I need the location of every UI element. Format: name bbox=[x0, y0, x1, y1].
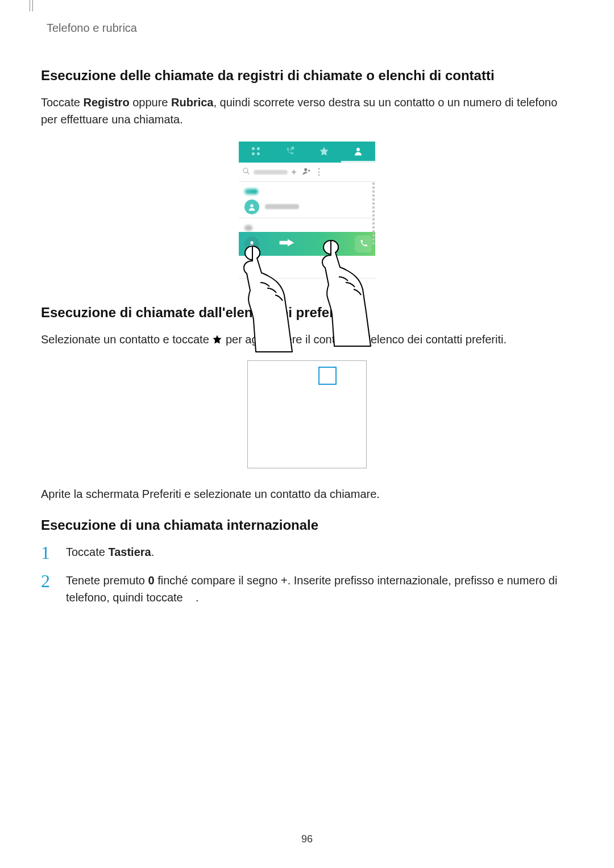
call-icon[interactable] bbox=[355, 235, 372, 252]
contact-row[interactable] bbox=[239, 256, 375, 279]
search-row: + ⋮ bbox=[239, 163, 375, 182]
tabs-row bbox=[239, 142, 375, 161]
add-contact-icon[interactable] bbox=[300, 167, 313, 178]
person-icon bbox=[353, 146, 363, 156]
text: Toccate bbox=[41, 96, 83, 109]
tab-underline bbox=[239, 161, 375, 163]
svg-point-5 bbox=[243, 168, 248, 172]
svg-rect-10 bbox=[280, 241, 288, 244]
text: oppure bbox=[130, 96, 171, 109]
figure-favorites-box bbox=[41, 360, 573, 468]
phone-log-icon bbox=[285, 146, 295, 156]
text: per aggiungere il contatto all'elenco de… bbox=[222, 333, 507, 346]
svg-rect-1 bbox=[257, 147, 260, 150]
star-icon bbox=[319, 146, 329, 156]
svg-line-6 bbox=[247, 172, 250, 174]
swipe-arrow-icon bbox=[279, 236, 306, 251]
swipe-row[interactable] bbox=[239, 232, 375, 256]
svg-rect-0 bbox=[252, 147, 255, 150]
section2-followup: Aprite la schermata Preferiti e selezion… bbox=[41, 485, 573, 502]
tab-keypad[interactable] bbox=[239, 142, 273, 161]
breadcrumb: Telefono e rubrica bbox=[47, 22, 573, 35]
figure-swipe-to-call: + ⋮ bbox=[41, 142, 573, 279]
alpha-index-rail[interactable] bbox=[371, 180, 376, 279]
svg-point-8 bbox=[250, 204, 253, 207]
section1-paragraph: Toccate Registro oppure Rubrica, quindi … bbox=[41, 94, 573, 128]
svg-point-11 bbox=[250, 264, 253, 267]
tab-contacts[interactable] bbox=[341, 142, 375, 161]
contact-row[interactable] bbox=[239, 196, 375, 218]
section2-paragraph: Selezionate un contatto e toccate per ag… bbox=[41, 331, 573, 349]
avatar-icon bbox=[244, 260, 259, 275]
text: . bbox=[196, 591, 199, 604]
page-number: 96 bbox=[0, 833, 614, 845]
svg-rect-3 bbox=[257, 152, 260, 155]
search-icon[interactable] bbox=[242, 167, 250, 177]
section1-heading: Esecuzione delle chiamate da registri di… bbox=[41, 68, 573, 84]
text: . bbox=[151, 546, 155, 558]
bold-tastiera: Tastiera bbox=[108, 546, 151, 558]
star-icon bbox=[212, 332, 222, 349]
call-icon-placeholder bbox=[186, 591, 196, 604]
bold-zero: 0 bbox=[148, 574, 155, 587]
list-section-label bbox=[239, 182, 375, 196]
avatar-icon bbox=[244, 200, 259, 214]
search-placeholder-blur[interactable] bbox=[254, 170, 288, 175]
page-tab-marker bbox=[30, 0, 33, 11]
svg-point-9 bbox=[250, 241, 253, 244]
steps-list: Toccate Tastiera. Tenete premuto 0 finch… bbox=[41, 543, 573, 606]
phone-screenshot: + ⋮ bbox=[239, 142, 375, 279]
tab-logs[interactable] bbox=[273, 142, 307, 161]
tab-favorites[interactable] bbox=[307, 142, 341, 161]
text: Selezionate un contatto e toccate bbox=[41, 333, 212, 346]
step-1: Toccate Tastiera. bbox=[41, 543, 573, 560]
svg-rect-2 bbox=[252, 152, 255, 155]
keypad-icon bbox=[251, 146, 261, 156]
step-2: Tenete premuto 0 finché compare il segno… bbox=[41, 572, 573, 606]
favorite-star-highlight bbox=[318, 367, 337, 385]
bold-rubrica: Rubrica bbox=[171, 96, 213, 109]
avatar-icon bbox=[244, 236, 259, 251]
svg-point-7 bbox=[304, 168, 307, 171]
favorites-placeholder bbox=[247, 360, 367, 468]
contact-name-blur bbox=[265, 204, 299, 209]
more-icon[interactable]: ⋮ bbox=[313, 167, 325, 177]
section2-heading: Esecuzione di chiamate dall'elenco dei p… bbox=[41, 305, 573, 321]
text: Tenete premuto bbox=[66, 574, 148, 587]
svg-point-4 bbox=[356, 148, 360, 151]
section3-heading: Esecuzione di una chiamata internazional… bbox=[41, 517, 573, 533]
page-content: Telefono e rubrica Esecuzione delle chia… bbox=[0, 0, 614, 606]
list-section-label bbox=[239, 218, 375, 232]
text: Toccate bbox=[66, 546, 108, 558]
bold-registro: Registro bbox=[83, 96, 129, 109]
add-icon[interactable]: + bbox=[288, 167, 300, 177]
